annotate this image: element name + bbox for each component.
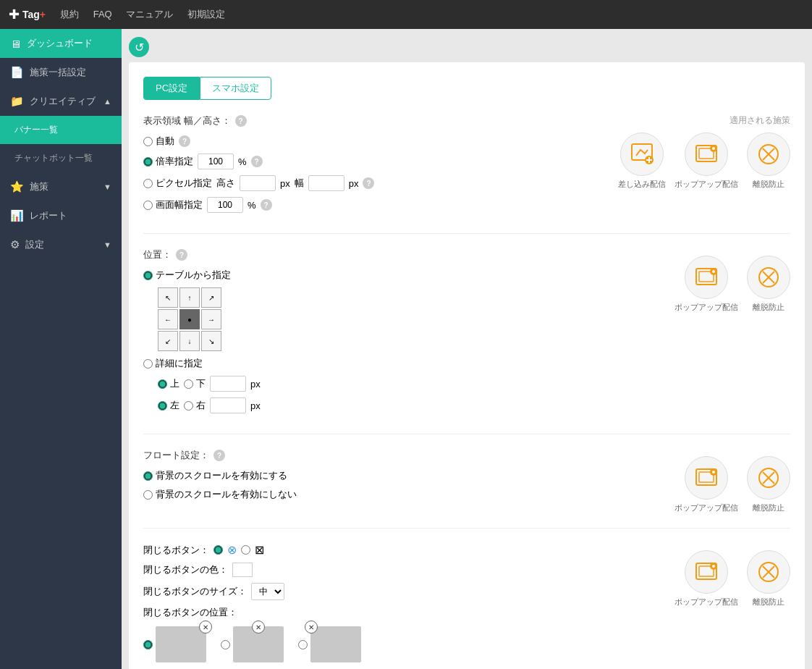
position-section: 位置： ? テーブルから指定 ↖ ↑ ↗ ← bbox=[143, 248, 790, 434]
pos-cell-ml[interactable]: ← bbox=[158, 309, 178, 329]
pixel-radio[interactable] bbox=[143, 179, 153, 188]
close-btn-square-label[interactable] bbox=[241, 545, 250, 555]
popup-label-2: ポップアップ配信 bbox=[674, 302, 738, 313]
sidebar-item-banner-list[interactable]: バナー一覧 bbox=[0, 116, 122, 144]
policy-icons-display: 差し込み配信 ポップアップ配信 離脱防止 bbox=[618, 132, 790, 190]
vert-offset-input[interactable] bbox=[210, 376, 246, 392]
nav-manual[interactable]: マニュアル bbox=[126, 9, 173, 20]
close-button-section-left: 閉じるボタン： ⊗ ⊠ 閉じるボタンの色： bbox=[143, 543, 573, 662]
auto-text: 自動 bbox=[156, 135, 174, 148]
ratio-label[interactable]: 倍率指定 bbox=[143, 155, 193, 168]
help-icon-auto[interactable]: ? bbox=[179, 135, 190, 147]
bottom-label[interactable]: 下 bbox=[184, 377, 206, 390]
sidebar-item-settings[interactable]: ⚙ 設定 ▼ bbox=[0, 230, 122, 259]
svg-point-14 bbox=[712, 270, 715, 273]
disable-scroll-radio[interactable] bbox=[143, 490, 153, 500]
nav-kiyaku[interactable]: 規約 bbox=[60, 9, 79, 20]
left-label[interactable]: 左 bbox=[158, 399, 179, 412]
logo[interactable]: ✚ Tag+ bbox=[9, 7, 46, 22]
pos-cell-tr[interactable]: ↗ bbox=[201, 287, 221, 308]
sidebar-item-creative[interactable]: 📁 クリエイティブ ▲ bbox=[0, 87, 122, 116]
pos-cell-mc[interactable]: ● bbox=[179, 309, 200, 329]
enable-scroll-text: 背景のスクロールを有効にする bbox=[156, 469, 287, 482]
close-pos-tr-radio[interactable] bbox=[143, 640, 153, 649]
app-body: 🖥 ダッシュボード 📄 施策一括設定 📁 クリエイティブ ▲ バナー一覧 チャッ… bbox=[0, 29, 812, 669]
popup-label: ポップアップ配信 bbox=[674, 179, 738, 190]
close-button-label: 閉じるボタン： bbox=[143, 544, 209, 557]
close-pos-tc-radio[interactable] bbox=[221, 640, 230, 649]
close-preview-row: ✕ ✕ bbox=[143, 626, 573, 662]
table-position-label[interactable]: テーブルから指定 bbox=[143, 269, 231, 282]
x-btn-3: ✕ bbox=[305, 620, 318, 634]
close-btn-square-radio[interactable] bbox=[241, 545, 250, 555]
pos-cell-bc[interactable]: ↓ bbox=[179, 331, 200, 351]
top-label[interactable]: 上 bbox=[158, 377, 179, 390]
close-preview-3-container: ✕ bbox=[298, 626, 361, 662]
detail-position-label[interactable]: 詳細に指定 bbox=[143, 357, 203, 370]
close-btn-circle-label[interactable] bbox=[213, 545, 223, 555]
disable-scroll-row: 背景のスクロールを有効にしない bbox=[143, 488, 573, 501]
sidebar-item-dashboard[interactable]: 🖥 ダッシュボード bbox=[0, 29, 122, 58]
left-radio[interactable] bbox=[158, 401, 167, 411]
help-icon-position[interactable]: ? bbox=[176, 249, 187, 261]
screen-label[interactable]: 画面幅指定 bbox=[143, 198, 203, 211]
left-text: 左 bbox=[170, 399, 179, 412]
sidebar-item-report[interactable]: 📊 レポート bbox=[0, 201, 122, 230]
ratio-radio[interactable] bbox=[143, 157, 153, 167]
close-color-row: 閉じるボタンの色： bbox=[143, 563, 573, 577]
ratio-option-row: 倍率指定 % ? bbox=[143, 153, 573, 169]
close-btn-circle-icon: ⊗ bbox=[227, 543, 237, 557]
right-radio[interactable] bbox=[184, 401, 193, 411]
help-icon-float[interactable]: ? bbox=[213, 450, 225, 461]
disable-scroll-text: 背景のスクロールを有効にしない bbox=[156, 488, 297, 501]
pos-cell-tl[interactable]: ↖ bbox=[158, 287, 178, 308]
pos-cell-bl[interactable]: ↙ bbox=[158, 331, 178, 351]
tab-pc[interactable]: PC設定 bbox=[143, 77, 200, 100]
pos-cell-br[interactable]: ↘ bbox=[201, 331, 221, 351]
close-color-label: 閉じるボタンの色： bbox=[143, 563, 228, 576]
policy-icons-position: ポップアップ配信 離脱防止 bbox=[674, 256, 790, 313]
help-icon-pixel[interactable]: ? bbox=[363, 177, 374, 189]
close-pos-tl-radio[interactable] bbox=[298, 640, 308, 649]
close-color-swatch[interactable] bbox=[232, 563, 253, 577]
ratio-value-input[interactable] bbox=[198, 153, 234, 169]
sidebar-item-policy-bulk[interactable]: 📄 施策一括設定 bbox=[0, 58, 122, 87]
pos-cell-mr[interactable]: → bbox=[201, 309, 221, 329]
right-label[interactable]: 右 bbox=[184, 399, 206, 412]
popup-icon-4 bbox=[685, 550, 728, 594]
nav-initial[interactable]: 初期設定 bbox=[187, 9, 225, 20]
back-button[interactable]: ↺ bbox=[129, 37, 149, 57]
display-section-right: 適用される施策 差し込み配信 ポップアップ配信 bbox=[588, 114, 790, 219]
sidebar-item-policy[interactable]: ⭐ 施策 ▼ bbox=[0, 172, 122, 201]
help-icon-ratio[interactable]: ? bbox=[251, 156, 263, 167]
top-radio[interactable] bbox=[158, 379, 167, 389]
position-grid: ↖ ↑ ↗ ← ● → ↙ ↓ ↘ bbox=[158, 287, 573, 351]
screen-value-input[interactable] bbox=[207, 197, 243, 213]
horiz-offset-input[interactable] bbox=[210, 397, 246, 413]
pixel-width-input[interactable] bbox=[308, 175, 344, 191]
enable-scroll-label[interactable]: 背景のスクロールを有効にする bbox=[143, 469, 287, 482]
help-icon-screen[interactable]: ? bbox=[261, 199, 272, 211]
pixel-label[interactable]: ピクセル指定 bbox=[143, 177, 212, 190]
help-icon-display[interactable]: ? bbox=[235, 115, 247, 127]
bottom-radio[interactable] bbox=[184, 379, 193, 389]
tab-smartphone[interactable]: スマホ設定 bbox=[200, 77, 271, 100]
policy-popup: ポップアップ配信 bbox=[674, 132, 738, 190]
screen-radio[interactable] bbox=[143, 201, 153, 210]
pixel-height-input[interactable] bbox=[240, 175, 276, 191]
close-preview-1-container: ✕ bbox=[143, 626, 206, 662]
close-btn-circle-radio[interactable] bbox=[213, 545, 223, 555]
pos-cell-tc[interactable]: ↑ bbox=[179, 287, 200, 308]
display-section: 表示領域 幅／高さ： ? 自動 ? 倍率指定 bbox=[143, 114, 790, 234]
auto-label[interactable]: 自動 bbox=[143, 135, 174, 148]
nav-faq[interactable]: FAQ bbox=[93, 9, 112, 20]
auto-radio[interactable] bbox=[143, 137, 153, 146]
close-size-select[interactable]: 小 中 大 bbox=[251, 583, 284, 600]
sidebar-item-label: レポート bbox=[30, 209, 67, 222]
enable-scroll-radio[interactable] bbox=[143, 471, 153, 481]
insert-label: 差し込み配信 bbox=[618, 179, 666, 190]
detail-position-radio[interactable] bbox=[143, 359, 153, 369]
sidebar-item-chatbot-list[interactable]: チャットボット一覧 bbox=[0, 144, 122, 172]
disable-scroll-label[interactable]: 背景のスクロールを有効にしない bbox=[143, 488, 297, 501]
table-position-radio[interactable] bbox=[143, 271, 153, 280]
